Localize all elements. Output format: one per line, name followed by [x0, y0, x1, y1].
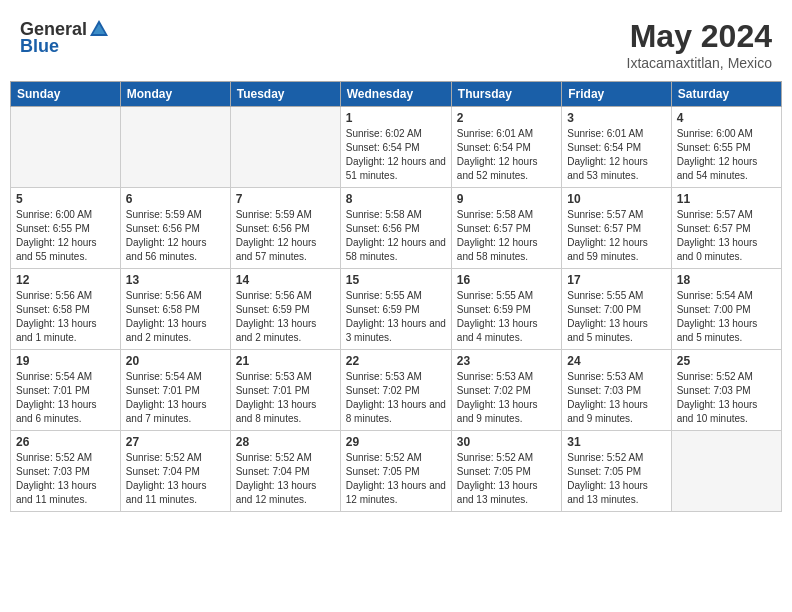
day-info: Sunrise: 5:52 AMSunset: 7:05 PMDaylight:…: [457, 451, 556, 507]
day-info: Sunrise: 5:52 AMSunset: 7:05 PMDaylight:…: [567, 451, 665, 507]
day-info: Sunrise: 5:54 AMSunset: 7:00 PMDaylight:…: [677, 289, 776, 345]
day-info: Sunrise: 5:56 AMSunset: 6:58 PMDaylight:…: [126, 289, 225, 345]
day-info: Sunrise: 5:57 AMSunset: 6:57 PMDaylight:…: [677, 208, 776, 264]
day-info: Sunrise: 5:52 AMSunset: 7:04 PMDaylight:…: [126, 451, 225, 507]
calendar-cell: 28Sunrise: 5:52 AMSunset: 7:04 PMDayligh…: [230, 431, 340, 512]
day-number: 28: [236, 435, 335, 449]
calendar-cell: 18Sunrise: 5:54 AMSunset: 7:00 PMDayligh…: [671, 269, 781, 350]
day-number: 30: [457, 435, 556, 449]
calendar-week-5: 26Sunrise: 5:52 AMSunset: 7:03 PMDayligh…: [11, 431, 782, 512]
calendar-cell: 15Sunrise: 5:55 AMSunset: 6:59 PMDayligh…: [340, 269, 451, 350]
calendar-cell: 11Sunrise: 5:57 AMSunset: 6:57 PMDayligh…: [671, 188, 781, 269]
day-info: Sunrise: 5:58 AMSunset: 6:57 PMDaylight:…: [457, 208, 556, 264]
calendar-cell: 3Sunrise: 6:01 AMSunset: 6:54 PMDaylight…: [562, 107, 671, 188]
day-number: 23: [457, 354, 556, 368]
calendar-body: 1Sunrise: 6:02 AMSunset: 6:54 PMDaylight…: [11, 107, 782, 512]
calendar-week-1: 1Sunrise: 6:02 AMSunset: 6:54 PMDaylight…: [11, 107, 782, 188]
day-number: 11: [677, 192, 776, 206]
day-number: 31: [567, 435, 665, 449]
calendar-title: May 2024: [627, 18, 773, 55]
day-number: 14: [236, 273, 335, 287]
day-number: 17: [567, 273, 665, 287]
weekday-header-saturday: Saturday: [671, 82, 781, 107]
calendar-cell: 12Sunrise: 5:56 AMSunset: 6:58 PMDayligh…: [11, 269, 121, 350]
day-number: 1: [346, 111, 446, 125]
calendar-cell: 25Sunrise: 5:52 AMSunset: 7:03 PMDayligh…: [671, 350, 781, 431]
calendar-cell: 10Sunrise: 5:57 AMSunset: 6:57 PMDayligh…: [562, 188, 671, 269]
logo: General Blue: [20, 18, 111, 57]
calendar-cell: 27Sunrise: 5:52 AMSunset: 7:04 PMDayligh…: [120, 431, 230, 512]
calendar-week-3: 12Sunrise: 5:56 AMSunset: 6:58 PMDayligh…: [11, 269, 782, 350]
day-number: 4: [677, 111, 776, 125]
calendar-cell: 6Sunrise: 5:59 AMSunset: 6:56 PMDaylight…: [120, 188, 230, 269]
calendar-cell: 16Sunrise: 5:55 AMSunset: 6:59 PMDayligh…: [451, 269, 561, 350]
calendar-cell: 13Sunrise: 5:56 AMSunset: 6:58 PMDayligh…: [120, 269, 230, 350]
day-info: Sunrise: 6:01 AMSunset: 6:54 PMDaylight:…: [457, 127, 556, 183]
day-info: Sunrise: 6:02 AMSunset: 6:54 PMDaylight:…: [346, 127, 446, 183]
calendar-cell: 7Sunrise: 5:59 AMSunset: 6:56 PMDaylight…: [230, 188, 340, 269]
calendar-cell: 24Sunrise: 5:53 AMSunset: 7:03 PMDayligh…: [562, 350, 671, 431]
logo-icon: [88, 18, 110, 40]
calendar-cell: 1Sunrise: 6:02 AMSunset: 6:54 PMDaylight…: [340, 107, 451, 188]
weekday-header-row: SundayMondayTuesdayWednesdayThursdayFrid…: [11, 82, 782, 107]
day-info: Sunrise: 5:52 AMSunset: 7:03 PMDaylight:…: [677, 370, 776, 426]
day-number: 9: [457, 192, 556, 206]
day-info: Sunrise: 6:00 AMSunset: 6:55 PMDaylight:…: [677, 127, 776, 183]
calendar-cell: 21Sunrise: 5:53 AMSunset: 7:01 PMDayligh…: [230, 350, 340, 431]
day-number: 21: [236, 354, 335, 368]
weekday-header-sunday: Sunday: [11, 82, 121, 107]
day-info: Sunrise: 5:52 AMSunset: 7:05 PMDaylight:…: [346, 451, 446, 507]
calendar-cell: 31Sunrise: 5:52 AMSunset: 7:05 PMDayligh…: [562, 431, 671, 512]
calendar-cell: [11, 107, 121, 188]
calendar-cell: [671, 431, 781, 512]
calendar-cell: 8Sunrise: 5:58 AMSunset: 6:56 PMDaylight…: [340, 188, 451, 269]
day-info: Sunrise: 5:53 AMSunset: 7:01 PMDaylight:…: [236, 370, 335, 426]
day-number: 16: [457, 273, 556, 287]
calendar-cell: 23Sunrise: 5:53 AMSunset: 7:02 PMDayligh…: [451, 350, 561, 431]
day-info: Sunrise: 5:54 AMSunset: 7:01 PMDaylight:…: [16, 370, 115, 426]
weekday-header-thursday: Thursday: [451, 82, 561, 107]
day-info: Sunrise: 5:55 AMSunset: 6:59 PMDaylight:…: [457, 289, 556, 345]
day-info: Sunrise: 5:58 AMSunset: 6:56 PMDaylight:…: [346, 208, 446, 264]
weekday-header-wednesday: Wednesday: [340, 82, 451, 107]
day-number: 5: [16, 192, 115, 206]
calendar-week-4: 19Sunrise: 5:54 AMSunset: 7:01 PMDayligh…: [11, 350, 782, 431]
weekday-header-monday: Monday: [120, 82, 230, 107]
day-number: 2: [457, 111, 556, 125]
calendar-cell: 14Sunrise: 5:56 AMSunset: 6:59 PMDayligh…: [230, 269, 340, 350]
day-number: 19: [16, 354, 115, 368]
day-number: 3: [567, 111, 665, 125]
weekday-header-tuesday: Tuesday: [230, 82, 340, 107]
day-info: Sunrise: 5:59 AMSunset: 6:56 PMDaylight:…: [236, 208, 335, 264]
day-info: Sunrise: 5:53 AMSunset: 7:02 PMDaylight:…: [346, 370, 446, 426]
calendar-cell: 9Sunrise: 5:58 AMSunset: 6:57 PMDaylight…: [451, 188, 561, 269]
day-info: Sunrise: 5:53 AMSunset: 7:02 PMDaylight:…: [457, 370, 556, 426]
day-info: Sunrise: 5:59 AMSunset: 6:56 PMDaylight:…: [126, 208, 225, 264]
day-number: 10: [567, 192, 665, 206]
day-number: 12: [16, 273, 115, 287]
calendar-cell: 20Sunrise: 5:54 AMSunset: 7:01 PMDayligh…: [120, 350, 230, 431]
day-number: 13: [126, 273, 225, 287]
day-info: Sunrise: 5:53 AMSunset: 7:03 PMDaylight:…: [567, 370, 665, 426]
day-number: 25: [677, 354, 776, 368]
weekday-header-friday: Friday: [562, 82, 671, 107]
day-info: Sunrise: 5:56 AMSunset: 6:58 PMDaylight:…: [16, 289, 115, 345]
calendar-subtitle: Ixtacamaxtitlan, Mexico: [627, 55, 773, 71]
calendar-cell: 29Sunrise: 5:52 AMSunset: 7:05 PMDayligh…: [340, 431, 451, 512]
day-info: Sunrise: 5:52 AMSunset: 7:03 PMDaylight:…: [16, 451, 115, 507]
day-number: 26: [16, 435, 115, 449]
day-number: 29: [346, 435, 446, 449]
calendar-cell: [230, 107, 340, 188]
calendar-table: SundayMondayTuesdayWednesdayThursdayFrid…: [10, 81, 782, 512]
day-number: 20: [126, 354, 225, 368]
calendar-cell: 4Sunrise: 6:00 AMSunset: 6:55 PMDaylight…: [671, 107, 781, 188]
day-info: Sunrise: 5:57 AMSunset: 6:57 PMDaylight:…: [567, 208, 665, 264]
day-info: Sunrise: 6:01 AMSunset: 6:54 PMDaylight:…: [567, 127, 665, 183]
day-info: Sunrise: 5:55 AMSunset: 7:00 PMDaylight:…: [567, 289, 665, 345]
calendar-cell: 22Sunrise: 5:53 AMSunset: 7:02 PMDayligh…: [340, 350, 451, 431]
day-info: Sunrise: 5:54 AMSunset: 7:01 PMDaylight:…: [126, 370, 225, 426]
calendar-cell: 30Sunrise: 5:52 AMSunset: 7:05 PMDayligh…: [451, 431, 561, 512]
day-info: Sunrise: 5:55 AMSunset: 6:59 PMDaylight:…: [346, 289, 446, 345]
day-number: 15: [346, 273, 446, 287]
day-number: 24: [567, 354, 665, 368]
